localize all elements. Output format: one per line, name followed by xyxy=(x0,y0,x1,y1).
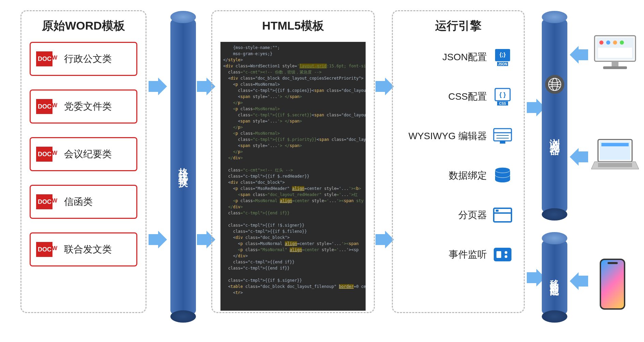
svg-rect-31 xyxy=(598,48,632,58)
svg-rect-12 xyxy=(500,141,505,144)
svg-point-29 xyxy=(613,40,617,45)
word-templates-panel: 原始WORD模板 W行政公文类W党委文件类W会议纪要类W信函类W联合发文类 xyxy=(20,10,147,313)
doc-icon: W xyxy=(36,99,58,114)
arrow-icon xyxy=(375,231,394,248)
svg-rect-18 xyxy=(494,248,511,261)
arrow-icon xyxy=(375,78,394,95)
svg-point-27 xyxy=(599,40,603,45)
doc-label: 会议纪要类 xyxy=(64,148,112,161)
format-conversion-cylinder: 格式转换 xyxy=(170,17,196,316)
doc-label: 信函类 xyxy=(64,195,93,208)
engine-item: WYSIWYG 编辑器 xyxy=(401,121,516,151)
engine-item: JSON配置{;}JSON xyxy=(401,42,516,72)
engine-label: 事件监听 xyxy=(449,248,487,261)
engine-item: 分页器 xyxy=(401,200,516,230)
doc-template-item: W信函类 xyxy=(30,185,137,219)
laptop-device-icon xyxy=(591,138,639,172)
doc-icon: W xyxy=(36,194,58,209)
svg-rect-37 xyxy=(598,163,632,167)
svg-rect-8 xyxy=(494,129,511,141)
event-icon xyxy=(493,245,512,264)
arrow-icon xyxy=(570,272,588,290)
json-icon: {;}JSON xyxy=(493,48,512,67)
engine-label: JSON配置 xyxy=(442,51,487,64)
svg-point-21 xyxy=(505,255,507,258)
svg-point-20 xyxy=(505,251,507,254)
doc-template-item: W党委文件类 xyxy=(30,89,137,124)
doc-icon: W xyxy=(36,51,58,66)
browser-cylinder: 浏览器 xyxy=(542,17,567,214)
engine-title: 运行引擎 xyxy=(401,18,516,34)
word-title: 原始WORD模板 xyxy=(30,18,137,34)
desktop-device-icon xyxy=(593,34,637,71)
engine-item: CSS配置{ }CSS xyxy=(401,81,516,112)
arrow-icon xyxy=(149,231,167,248)
svg-rect-32 xyxy=(612,61,618,66)
svg-point-30 xyxy=(620,40,624,45)
doc-icon: W xyxy=(36,147,58,162)
smartphone-device-icon xyxy=(600,259,625,310)
html5-title: HTML5模板 xyxy=(220,18,366,34)
code-snippet: {mso-style-name:""; mso-gram-e:yes;} </s… xyxy=(220,42,366,311)
doc-template-item: W行政公文类 xyxy=(30,42,137,76)
arrow-icon xyxy=(149,78,167,95)
doc-template-item: W会议纪要类 xyxy=(30,137,137,171)
engine-item: 事件监听 xyxy=(401,239,516,270)
arrow-icon xyxy=(570,148,588,166)
runtime-engine-panel: 运行引擎 JSON配置{;}JSONCSS配置{ }CSSWYSIWYG 编辑器… xyxy=(392,10,525,313)
browser-label: 浏览器 xyxy=(548,130,562,141)
doc-label: 联合发文类 xyxy=(64,243,112,256)
arrow-icon xyxy=(570,46,588,64)
svg-rect-19 xyxy=(496,251,501,258)
engine-item: 数据绑定 xyxy=(401,160,516,191)
css-icon: { }CSS xyxy=(493,87,512,106)
editor-icon xyxy=(493,127,512,146)
svg-text:{ }: { } xyxy=(499,91,506,98)
doc-label: 行政公文类 xyxy=(64,52,112,65)
doc-label: 党委文件类 xyxy=(64,100,112,113)
globe-icon xyxy=(545,75,564,94)
database-icon xyxy=(493,166,512,185)
svg-rect-17 xyxy=(496,210,499,212)
svg-point-28 xyxy=(606,40,610,45)
engine-label: 数据绑定 xyxy=(449,169,487,182)
svg-text:{;}: {;} xyxy=(500,52,506,58)
mobile-label: 移动端适配 xyxy=(549,272,561,282)
convert-label: 格式转换 xyxy=(177,160,190,174)
doc-template-item: W联合发文类 xyxy=(30,232,137,266)
svg-text:JSON: JSON xyxy=(498,62,507,66)
html5-template-panel: HTML5模板 {mso-style-name:""; mso-gram-e:y… xyxy=(211,10,375,313)
engine-label: WYSIWYG 编辑器 xyxy=(409,130,487,143)
paginator-icon xyxy=(493,206,512,225)
svg-rect-36 xyxy=(601,143,629,146)
engine-label: 分页器 xyxy=(458,209,487,222)
svg-rect-33 xyxy=(603,66,627,69)
svg-text:CSS: CSS xyxy=(499,102,506,105)
engine-label: CSS配置 xyxy=(448,90,487,103)
doc-icon: W xyxy=(36,242,58,257)
mobile-adapter-cylinder: 移动端适配 xyxy=(542,238,567,316)
